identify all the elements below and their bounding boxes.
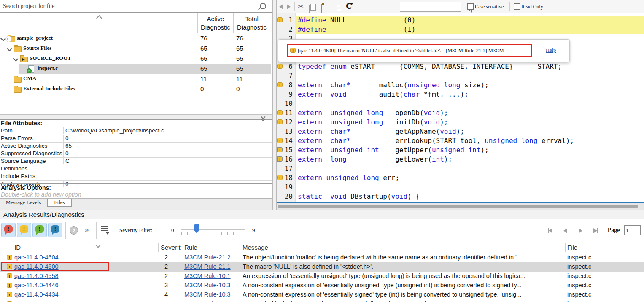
tree-item-sample-project[interactable]: Csample_project7676 [0, 33, 272, 43]
result-rule-link[interactable]: M3CM Rule-21.1 [184, 263, 231, 270]
attribute-row-include-paths[interactable]: Include Paths [0, 173, 272, 181]
overflow-count-icon[interactable]: 2 [70, 226, 78, 235]
code-line-17[interactable]: 17 [277, 164, 644, 173]
code-line-18[interactable]: !18extern unsigned long err; [277, 173, 644, 183]
total-diagnostic-count: 65 [236, 65, 243, 72]
result-id-link[interactable]: qac-11.4.0-4434 [14, 291, 59, 298]
code-line-7[interactable]: 7 [277, 71, 644, 81]
tree-item-source-files[interactable]: Source Files6565 [0, 43, 272, 54]
filter-severity-red-button[interactable]: ! [1, 223, 16, 237]
filter-severity-green-button[interactable]: ! [32, 223, 47, 237]
tree-item-inspect-c[interactable]: ✓inspect.c6565 [0, 64, 272, 74]
tree-item-external-include-files[interactable]: External Include Files00 [0, 84, 272, 94]
code-line-13[interactable]: 13extern char* getAppName(void); [277, 127, 644, 136]
severity-slider-thumb[interactable] [194, 224, 199, 233]
refresh-icon[interactable]: C [346, 1, 352, 11]
more-filters-icon[interactable]: » [84, 226, 89, 234]
result-id-link[interactable]: qac-11.4.0-4116 [14, 300, 58, 302]
panel-splitter[interactable] [0, 114, 272, 120]
result-message: An expression of 'essentially unsigned' … [243, 272, 563, 279]
sort-desc-icon[interactable] [95, 243, 101, 248]
filter-severity-blue-button[interactable]: ! [48, 223, 62, 237]
cut-icon[interactable]: ✂ [298, 2, 304, 11]
code-line-20[interactable]: 20static void DBstartup(void) { [277, 192, 644, 201]
attribute-row-parse-errors[interactable]: Parse Errors0 [0, 135, 272, 143]
read-only-label: Read Only [521, 4, 543, 10]
code-line-2[interactable]: 2#define (1) [277, 25, 644, 34]
col-header-rule[interactable]: Rule [184, 244, 197, 251]
result-row-qac-11.4.0-4446[interactable]: !qac-11.4.0-44463M3CM Rule-10.3A non-con… [0, 281, 644, 290]
result-id-link[interactable]: qac-11.4.0-4446 [14, 282, 59, 289]
column-header-active-diagnostic[interactable]: ActiveDiagnostic [197, 15, 234, 32]
prev-page-icon[interactable] [563, 227, 567, 234]
result-rule-link[interactable]: M3CM Rule-10.3 [184, 291, 231, 298]
attribute-row-suppressed-diagnostics[interactable]: Suppressed Diagnostics0 [0, 150, 272, 158]
editor-search-input[interactable] [400, 2, 461, 12]
code-line-16[interactable]: !16extern long getLower(int); [277, 155, 644, 164]
help-link[interactable]: Help [546, 47, 556, 54]
paste-icon[interactable] [321, 4, 322, 13]
result-row-qac-11.4.0-4600[interactable]: !qac-11.4.0-46002M3CM Rule-21.1The macro… [0, 262, 644, 272]
active-diagnostic-count: 11 [200, 75, 207, 82]
line-number: 14 [281, 137, 293, 145]
case-sensitive-checkbox[interactable] [467, 3, 474, 10]
code-line-11[interactable]: !11extern unsigned long openDb(void); [277, 108, 644, 118]
code-area[interactable]: !1#define NULL (0)2#define (1)34#define … [277, 13, 644, 203]
attribute-row-path[interactable]: PathC:\Work\QAC\sample_project\inspect.c [0, 127, 272, 135]
code-line-14[interactable]: !14extern char* errLookup(START tool, un… [277, 136, 644, 146]
search-icon[interactable] [260, 3, 266, 9]
code-line-10[interactable]: 10 [277, 99, 644, 108]
code-line-8[interactable]: !8extern char* malloc(unsigned long size… [277, 81, 644, 90]
expander-icon[interactable] [13, 56, 19, 62]
total-diagnostic-count: 65 [236, 45, 243, 52]
result-rule-link[interactable]: M3CM Rule-10.1 [184, 272, 231, 279]
tab-files[interactable]: Files [47, 199, 72, 207]
copy-icon[interactable] [309, 5, 310, 13]
result-row-qac-11.4.0-4434[interactable]: !qac-11.4.0-44344M3CM Rule-10.3A non-con… [0, 290, 644, 299]
nav-forward-icon[interactable] [287, 4, 291, 9]
project-search-input[interactable] [2, 1, 257, 12]
first-page-icon[interactable] [548, 227, 552, 234]
result-row-qac-11.4.0-4558[interactable]: !qac-11.4.0-45582M3CM Rule-10.1An expres… [0, 272, 644, 281]
result-row-qac-11.4.0-4116[interactable]: !qac-11.4.0-41162M3CM Rule-10.4Operand o… [0, 299, 644, 302]
code-line-19[interactable]: 19 [277, 183, 644, 192]
filter-severity-yellow-button[interactable]: ! [17, 223, 31, 237]
result-id-link[interactable]: qac-11.4.0-4604 [14, 254, 59, 261]
vertical-splitter[interactable] [272, 0, 277, 210]
col-header-file[interactable]: File [567, 244, 577, 251]
col-header-message[interactable]: Message [243, 244, 268, 251]
expander-icon[interactable] [7, 46, 12, 51]
next-page-icon[interactable] [579, 227, 582, 234]
analysis-options-placeholder[interactable]: Double-click to add new option [0, 191, 272, 198]
column-header-total-diagnostic[interactable]: TotalDiagnostic [234, 15, 270, 32]
expander-icon[interactable] [0, 36, 6, 41]
nav-back-icon[interactable] [279, 4, 283, 9]
tree-item-cma[interactable]: CMA1111 [0, 74, 272, 84]
result-rule-link[interactable]: M3CM Rule-10.3 [184, 282, 231, 289]
severity-slider-track[interactable] [181, 229, 245, 230]
attribute-row-source-language[interactable]: Source LanguageC [0, 158, 272, 165]
result-rule-link[interactable]: M3CM Rule-21.2 [184, 254, 231, 261]
sort-asc-icon[interactable] [96, 15, 102, 21]
result-rule-link[interactable]: M3CM Rule-10.4 [184, 300, 231, 302]
result-id-link[interactable]: qac-11.4.0-4558 [14, 272, 59, 279]
code-line-1[interactable]: !1#define NULL (0) [277, 16, 644, 25]
code-line-15[interactable]: !15extern unsigned int getUpper(unsigned… [277, 146, 644, 155]
read-only-checkbox[interactable] [514, 3, 520, 10]
attribute-row-definitions[interactable]: Definitions [0, 165, 272, 173]
tab-message-levels[interactable]: Message Levels [0, 199, 47, 207]
horizontal-scrollbar[interactable] [277, 202, 644, 210]
collapse-panel-icon[interactable] [260, 115, 267, 120]
code-line-9[interactable]: 9extern void audit(char *fmt, ...); [277, 90, 644, 99]
last-page-icon[interactable] [593, 227, 598, 234]
code-line-12[interactable]: !12extern unsigned long initDb(void); [277, 118, 644, 127]
attribute-row-active-diagnostics[interactable]: Active Diagnostics65 [0, 143, 272, 150]
code-line-6[interactable]: !6typedef enum eSTART {COMMS, DATABASE, … [277, 62, 644, 71]
col-header-severity[interactable]: Severit [161, 244, 181, 251]
tree-item-source-root[interactable]: SOURCE_ROOT6565 [0, 54, 272, 64]
scrollbar-thumb[interactable] [278, 205, 638, 208]
result-row-qac-11.4.0-4604[interactable]: !qac-11.4.0-46042M3CM Rule-21.2The objec… [0, 253, 644, 262]
col-header-id[interactable]: ID [14, 244, 21, 251]
page-input[interactable] [624, 225, 641, 235]
menu-icon[interactable] [101, 226, 108, 232]
